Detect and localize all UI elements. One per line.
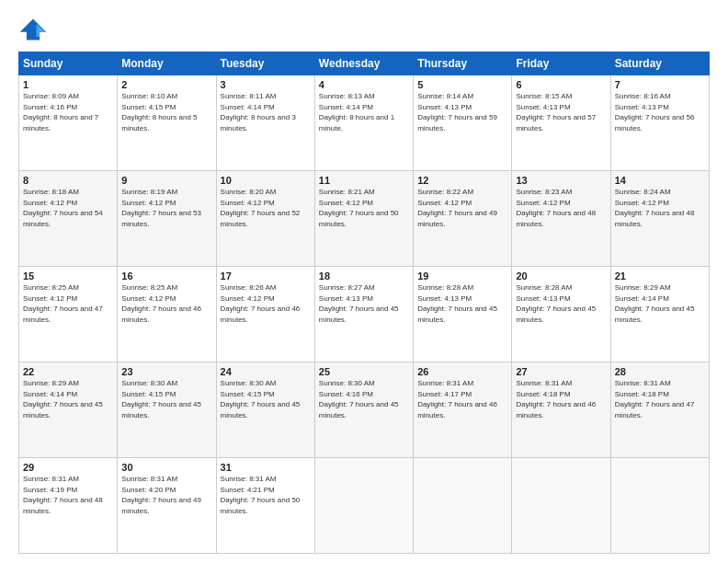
day-info: Sunrise: 8:14 AMSunset: 4:13 PMDaylight:… (417, 92, 497, 132)
calendar-week-row: 22Sunrise: 8:29 AMSunset: 4:14 PMDayligh… (19, 362, 710, 458)
day-number: 20 (516, 270, 606, 282)
calendar-cell: 27Sunrise: 8:31 AMSunset: 4:18 PMDayligh… (512, 362, 610, 458)
day-number: 28 (615, 366, 705, 377)
day-number: 9 (121, 175, 211, 186)
calendar-table: SundayMondayTuesdayWednesdayThursdayFrid… (18, 52, 710, 554)
calendar-cell: 12Sunrise: 8:22 AMSunset: 4:12 PMDayligh… (414, 171, 512, 267)
calendar-cell: 11Sunrise: 8:21 AMSunset: 4:12 PMDayligh… (314, 171, 413, 267)
day-info: Sunrise: 8:21 AMSunset: 4:12 PMDaylight:… (319, 188, 399, 228)
calendar-cell: 1Sunrise: 8:09 AMSunset: 4:16 PMDaylight… (19, 75, 118, 171)
calendar-cell: 17Sunrise: 8:26 AMSunset: 4:12 PMDayligh… (216, 267, 314, 362)
day-number: 18 (319, 270, 409, 282)
day-number: 21 (615, 270, 705, 282)
day-number: 16 (121, 270, 211, 282)
day-info: Sunrise: 8:29 AMSunset: 4:14 PMDaylight:… (23, 379, 103, 419)
day-number: 11 (319, 175, 409, 186)
day-number: 30 (121, 462, 211, 473)
day-number: 8 (23, 175, 113, 186)
calendar-cell: 15Sunrise: 8:25 AMSunset: 4:12 PMDayligh… (19, 267, 118, 362)
day-number: 27 (516, 366, 606, 377)
calendar-cell: 10Sunrise: 8:20 AMSunset: 4:12 PMDayligh… (216, 171, 314, 267)
day-info: Sunrise: 8:31 AMSunset: 4:19 PMDaylight:… (23, 475, 103, 515)
day-number: 24 (221, 366, 311, 377)
day-info: Sunrise: 8:20 AMSunset: 4:12 PMDaylight:… (221, 188, 301, 228)
calendar-cell: 9Sunrise: 8:19 AMSunset: 4:12 PMDaylight… (118, 171, 216, 267)
calendar-week-row: 29Sunrise: 8:31 AMSunset: 4:19 PMDayligh… (19, 458, 710, 554)
day-header-thursday: Thursday (414, 52, 512, 75)
calendar-cell: 2Sunrise: 8:10 AMSunset: 4:15 PMDaylight… (118, 75, 216, 171)
day-info: Sunrise: 8:09 AMSunset: 4:16 PMDaylight:… (23, 92, 98, 132)
day-header-monday: Monday (118, 52, 216, 75)
day-number: 1 (23, 79, 113, 90)
calendar-body: 1Sunrise: 8:09 AMSunset: 4:16 PMDaylight… (19, 75, 710, 554)
day-info: Sunrise: 8:11 AMSunset: 4:14 PMDaylight:… (221, 92, 296, 132)
day-info: Sunrise: 8:10 AMSunset: 4:15 PMDaylight:… (121, 92, 197, 132)
calendar-cell: 28Sunrise: 8:31 AMSunset: 4:18 PMDayligh… (610, 362, 709, 458)
day-number: 3 (221, 79, 311, 90)
calendar-cell (512, 458, 610, 554)
day-info: Sunrise: 8:22 AMSunset: 4:12 PMDaylight:… (417, 188, 497, 228)
calendar-week-row: 1Sunrise: 8:09 AMSunset: 4:16 PMDaylight… (19, 75, 710, 171)
calendar-cell (314, 458, 413, 554)
calendar-cell: 19Sunrise: 8:28 AMSunset: 4:13 PMDayligh… (414, 267, 512, 362)
day-header-friday: Friday (512, 52, 610, 75)
page: SundayMondayTuesdayWednesdayThursdayFrid… (0, 0, 728, 563)
day-number: 31 (221, 462, 311, 473)
calendar-cell: 21Sunrise: 8:29 AMSunset: 4:14 PMDayligh… (610, 267, 709, 362)
day-info: Sunrise: 8:24 AMSunset: 4:12 PMDaylight:… (615, 188, 695, 228)
calendar-cell: 22Sunrise: 8:29 AMSunset: 4:14 PMDayligh… (19, 362, 118, 458)
day-number: 23 (121, 366, 211, 377)
calendar-cell: 18Sunrise: 8:27 AMSunset: 4:13 PMDayligh… (314, 267, 413, 362)
calendar-week-row: 15Sunrise: 8:25 AMSunset: 4:12 PMDayligh… (19, 267, 710, 362)
day-info: Sunrise: 8:28 AMSunset: 4:13 PMDaylight:… (417, 283, 497, 324)
day-number: 17 (221, 270, 311, 282)
day-info: Sunrise: 8:29 AMSunset: 4:14 PMDaylight:… (615, 283, 695, 324)
calendar-cell: 20Sunrise: 8:28 AMSunset: 4:13 PMDayligh… (512, 267, 610, 362)
day-number: 19 (417, 270, 507, 282)
day-info: Sunrise: 8:19 AMSunset: 4:12 PMDaylight:… (121, 188, 201, 228)
day-number: 26 (417, 366, 507, 377)
day-info: Sunrise: 8:18 AMSunset: 4:12 PMDaylight:… (23, 188, 103, 228)
calendar-cell: 23Sunrise: 8:30 AMSunset: 4:15 PMDayligh… (118, 362, 216, 458)
day-info: Sunrise: 8:31 AMSunset: 4:21 PMDaylight:… (221, 475, 301, 515)
day-number: 25 (319, 366, 409, 377)
calendar-cell: 30Sunrise: 8:31 AMSunset: 4:20 PMDayligh… (118, 458, 216, 554)
day-number: 4 (319, 79, 409, 90)
day-number: 22 (23, 366, 113, 377)
day-info: Sunrise: 8:25 AMSunset: 4:12 PMDaylight:… (121, 283, 201, 324)
calendar-week-row: 8Sunrise: 8:18 AMSunset: 4:12 PMDaylight… (19, 171, 710, 267)
day-header-sunday: Sunday (19, 52, 118, 75)
day-info: Sunrise: 8:15 AMSunset: 4:13 PMDaylight:… (516, 92, 596, 132)
calendar-cell: 8Sunrise: 8:18 AMSunset: 4:12 PMDaylight… (19, 171, 118, 267)
day-number: 29 (23, 462, 113, 473)
calendar-cell: 25Sunrise: 8:30 AMSunset: 4:16 PMDayligh… (314, 362, 413, 458)
calendar-cell: 5Sunrise: 8:14 AMSunset: 4:13 PMDaylight… (414, 75, 512, 171)
day-info: Sunrise: 8:30 AMSunset: 4:15 PMDaylight:… (121, 379, 201, 419)
svg-marker-1 (37, 24, 47, 37)
calendar-header-row: SundayMondayTuesdayWednesdayThursdayFrid… (19, 52, 710, 75)
day-number: 14 (615, 175, 705, 186)
day-number: 15 (23, 270, 113, 282)
calendar-cell: 7Sunrise: 8:16 AMSunset: 4:13 PMDaylight… (610, 75, 709, 171)
day-info: Sunrise: 8:16 AMSunset: 4:13 PMDaylight:… (615, 92, 695, 132)
day-info: Sunrise: 8:30 AMSunset: 4:16 PMDaylight:… (319, 379, 399, 419)
day-info: Sunrise: 8:13 AMSunset: 4:14 PMDaylight:… (319, 92, 394, 132)
day-info: Sunrise: 8:31 AMSunset: 4:17 PMDaylight:… (417, 379, 497, 419)
calendar-cell: 26Sunrise: 8:31 AMSunset: 4:17 PMDayligh… (414, 362, 512, 458)
calendar-cell: 24Sunrise: 8:30 AMSunset: 4:15 PMDayligh… (216, 362, 314, 458)
day-number: 13 (516, 175, 606, 186)
day-number: 10 (221, 175, 311, 186)
day-info: Sunrise: 8:30 AMSunset: 4:15 PMDaylight:… (221, 379, 301, 419)
day-header-saturday: Saturday (610, 52, 709, 75)
day-info: Sunrise: 8:31 AMSunset: 4:18 PMDaylight:… (516, 379, 596, 419)
day-header-wednesday: Wednesday (314, 52, 413, 75)
day-header-tuesday: Tuesday (216, 52, 314, 75)
calendar-cell: 29Sunrise: 8:31 AMSunset: 4:19 PMDayligh… (19, 458, 118, 554)
day-number: 12 (417, 175, 507, 186)
calendar-cell: 4Sunrise: 8:13 AMSunset: 4:14 PMDaylight… (314, 75, 413, 171)
calendar-cell: 13Sunrise: 8:23 AMSunset: 4:12 PMDayligh… (512, 171, 610, 267)
day-number: 5 (417, 79, 507, 90)
calendar-cell (414, 458, 512, 554)
logo (18, 17, 51, 42)
day-info: Sunrise: 8:28 AMSunset: 4:13 PMDaylight:… (516, 283, 596, 324)
